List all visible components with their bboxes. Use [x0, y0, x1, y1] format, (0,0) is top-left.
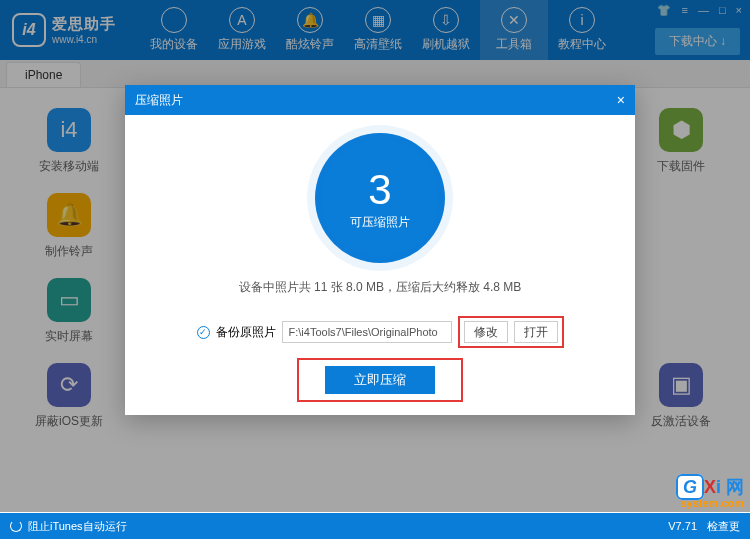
- backup-path-row: ✓ 备份原照片 修改 打开: [125, 316, 635, 348]
- highlight-box-buttons: 修改 打开: [458, 316, 564, 348]
- highlight-box-action: 立即压缩: [297, 358, 463, 402]
- modal-header: 压缩照片 ×: [125, 85, 635, 115]
- watermark: GXi 网 system.com: [676, 475, 744, 509]
- modify-button[interactable]: 修改: [464, 321, 508, 343]
- backup-path-input[interactable]: [282, 321, 452, 343]
- toolbox-body: i4安装移动端 ⬢下载固件 🔔制作铃声 ▭实时屏幕 ⟳屏蔽iOS更新 整理设备桌…: [0, 88, 750, 512]
- close-icon[interactable]: ×: [617, 92, 625, 108]
- itunes-block-status: 阻止iTunes自动运行: [28, 519, 127, 534]
- check-update-button[interactable]: 检查更: [707, 519, 740, 534]
- compress-count-label: 可压缩照片: [350, 214, 410, 231]
- compress-now-button[interactable]: 立即压缩: [325, 366, 435, 394]
- open-button[interactable]: 打开: [514, 321, 558, 343]
- modal-title: 压缩照片: [135, 92, 183, 109]
- compress-photos-modal: 压缩照片 × 3 可压缩照片 设备中照片共 11 张 8.0 MB，压缩后大约释…: [125, 85, 635, 415]
- compress-stats: 设备中照片共 11 张 8.0 MB，压缩后大约释放 4.8 MB: [125, 279, 635, 296]
- checkmark-icon[interactable]: ✓: [197, 326, 210, 339]
- compress-count: 3: [368, 166, 391, 214]
- backup-checkbox-label: 备份原照片: [216, 324, 276, 341]
- version-label: V7.71: [668, 520, 697, 532]
- status-bar: 阻止iTunes自动运行 V7.71 检查更: [0, 513, 750, 539]
- spinner-icon: [10, 520, 22, 532]
- compress-count-circle: 3 可压缩照片: [315, 133, 445, 263]
